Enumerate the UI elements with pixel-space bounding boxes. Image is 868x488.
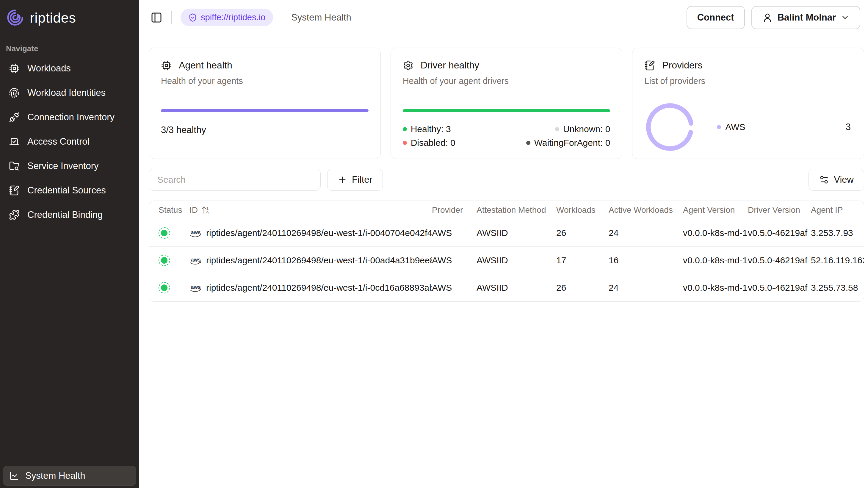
column-header-active-workloads: Active Workloads	[609, 205, 683, 215]
legend-dot	[403, 127, 407, 131]
sidebar-item-credential-sources[interactable]: Credential Sources	[3, 179, 136, 202]
status-cell	[149, 227, 189, 239]
status-cell	[149, 282, 189, 294]
aws-logo-icon	[189, 255, 202, 265]
status-healthy-icon	[159, 255, 170, 266]
sidebar: riptides Navigate Workloads Workload Ide…	[0, 0, 139, 488]
workloads-cell: 26	[556, 228, 609, 238]
attestation-method-cell: AWSIID	[476, 228, 556, 238]
sidebar-item-credential-binding[interactable]: Credential Binding	[3, 203, 136, 227]
agent-ip-cell: 3.255.73.58	[811, 283, 864, 293]
column-header-id[interactable]: ID	[189, 205, 432, 215]
summary-cards-row: Agent health Health of your agents 3/3 h…	[149, 48, 864, 159]
provider-cell: AWS	[432, 255, 476, 266]
sliders-icon	[819, 175, 829, 185]
status-healthy-icon	[159, 227, 170, 239]
driver-health-card: Driver healthy Health of your agent driv…	[391, 48, 623, 159]
workloads-cell: 17	[556, 255, 609, 266]
nav-section-label: Navigate	[0, 33, 139, 56]
user-menu-button[interactable]: Balint Molnar	[751, 6, 860, 29]
attestation-method-cell: AWSIID	[476, 255, 556, 266]
chevron-down-icon	[841, 13, 849, 22]
page-title: System Health	[291, 12, 351, 23]
driver-health-legend: Healthy: 3 Unknown: 0 Disabled: 0 Waitin…	[403, 124, 610, 148]
panel-left-icon	[151, 11, 162, 24]
agent-ip-cell: 52.16.119.162	[811, 255, 864, 266]
table-header-row: Status ID Provider Attestation Method Wo…	[149, 201, 864, 219]
column-header-agent-version: Agent Version	[683, 205, 748, 215]
agent-id: riptides/agent/240110269498/eu-west-1/i-…	[206, 255, 432, 266]
agent-health-status-text: 3/3 healthy	[161, 125, 369, 135]
riptides-spiral-icon	[6, 8, 24, 27]
legend-item-disabled: Disabled: 0	[403, 138, 506, 148]
content: Agent health Health of your agents 3/3 h…	[139, 35, 868, 302]
sidebar-item-access-control[interactable]: Access Control	[3, 130, 136, 154]
sidebar-item-workloads[interactable]: Workloads	[3, 57, 136, 80]
table-row[interactable]: riptides/agent/240110269498/eu-west-1/i-…	[149, 219, 864, 247]
main-area: spiffe://riptides.io System Health Conne…	[139, 0, 868, 488]
sidebar-item-workload-identities[interactable]: Workload Identities	[3, 81, 136, 105]
topbar-divider	[282, 11, 282, 24]
legend-item-waiting-for-agent: WaitingForAgent: 0	[526, 138, 610, 148]
sidebar-item-system-health[interactable]: System Health	[3, 466, 136, 486]
view-button[interactable]: View	[808, 169, 864, 191]
cpu-icon	[9, 63, 20, 74]
agent-version-cell: v0.0.0-k8s-md-10	[683, 283, 748, 293]
sidebar-spacer	[0, 227, 139, 466]
sidebar-item-label: Service Inventory	[27, 161, 99, 172]
sidebar-item-connection-inventory[interactable]: Connection Inventory	[3, 105, 136, 129]
card-subtitle: List of providers	[644, 76, 852, 86]
provider-cell: AWS	[432, 283, 476, 293]
sidebar-item-label: Credential Sources	[27, 185, 106, 196]
legend-item-healthy: Healthy: 3	[403, 124, 506, 134]
workloads-cell: 26	[556, 283, 609, 293]
brand-logo[interactable]: riptides	[0, 0, 139, 33]
legend-dot	[717, 125, 721, 129]
sidebar-item-label: Connection Inventory	[27, 112, 115, 123]
providers-legend-row: AWS 3	[717, 122, 852, 132]
active-workloads-cell: 24	[609, 228, 683, 238]
notebook-pen-icon	[644, 60, 655, 71]
agent-health-progress-track	[161, 109, 369, 112]
sidebar-item-label: Workloads	[27, 63, 71, 74]
filter-button[interactable]: Filter	[327, 169, 383, 191]
view-button-label: View	[834, 174, 854, 185]
search-input[interactable]	[149, 169, 321, 191]
sidebar-toggle-button[interactable]	[151, 11, 162, 24]
aws-logo-icon	[189, 283, 202, 293]
status-healthy-icon	[159, 282, 170, 294]
card-title: Providers	[662, 60, 702, 71]
card-subtitle: Health of your agents	[161, 76, 369, 86]
vote-check-icon	[9, 136, 20, 147]
puzzle-icon	[9, 210, 20, 220]
card-title: Driver healthy	[421, 60, 479, 71]
connect-button[interactable]: Connect	[686, 6, 745, 29]
agent-id: riptides/agent/240110269498/eu-west-1/i-…	[206, 283, 432, 293]
trust-domain-text: spiffe://riptides.io	[201, 12, 265, 22]
legend-item-unknown: Unknown: 0	[555, 124, 610, 134]
column-header-agent-ip: Agent IP	[811, 205, 864, 215]
connect-button-label: Connect	[697, 12, 734, 23]
provider-legend-label: AWS	[725, 122, 745, 132]
table-row[interactable]: riptides/agent/240110269498/eu-west-1/i-…	[149, 274, 864, 301]
column-header-provider: Provider	[432, 205, 476, 215]
column-header-status: Status	[149, 205, 189, 215]
column-header-attestation-method: Attestation Method	[476, 205, 556, 215]
agent-health-progress-fill	[161, 109, 369, 112]
legend-text: Unknown: 0	[563, 124, 610, 134]
arrow-up-1-0-icon[interactable]	[201, 205, 210, 215]
sidebar-item-service-inventory[interactable]: Service Inventory	[3, 154, 136, 178]
id-cell: riptides/agent/240110269498/eu-west-1/i-…	[189, 255, 432, 266]
shield-check-icon	[188, 13, 197, 22]
attestation-method-cell: AWSIID	[476, 283, 556, 293]
driver-health-progress-track	[403, 109, 610, 112]
trust-domain-badge[interactable]: spiffe://riptides.io	[181, 9, 273, 26]
chart-line-icon	[9, 471, 19, 481]
legend-dot	[526, 141, 530, 145]
cpu-icon	[161, 60, 172, 71]
topbar-divider	[171, 11, 172, 24]
table-row[interactable]: riptides/agent/240110269498/eu-west-1/i-…	[149, 247, 864, 274]
driver-version-cell: v0.5.0-46219af	[748, 283, 811, 293]
legend-text: Healthy: 3	[411, 124, 451, 134]
sidebar-item-label: Access Control	[27, 136, 89, 147]
